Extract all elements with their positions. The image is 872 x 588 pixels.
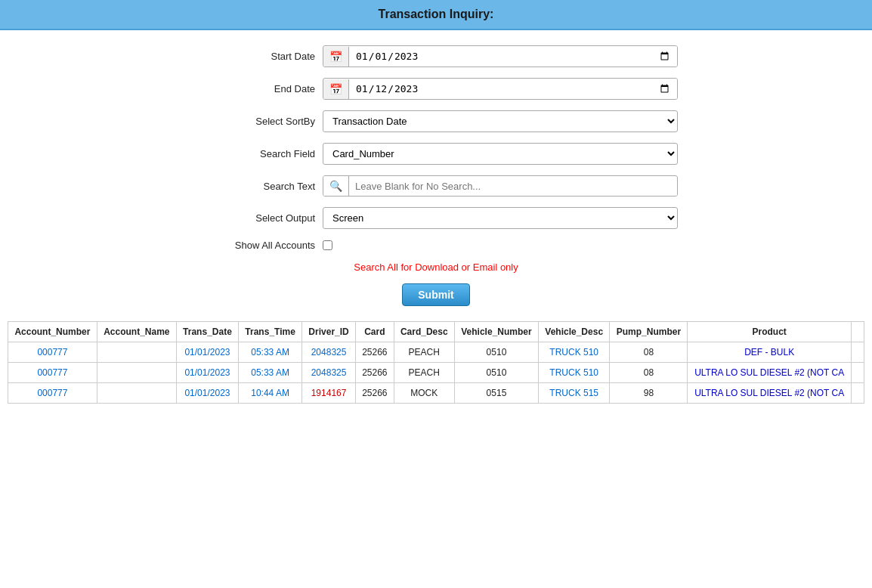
col-pump-number: Pump_Number [610,322,688,342]
col-card: Card [355,322,394,342]
cell-trans-time: 05:33 AM [239,363,302,383]
cell-driver-id: 2048325 [302,342,356,363]
table-header-row: Account_Number Account_Name Trans_Date T… [8,322,864,342]
cell-product: ULTRA LO SUL DIESEL #2 (NOT CA [688,383,852,404]
col-vehicle-desc: Vehicle_Desc [539,322,610,342]
cell-trans-time: 10:44 AM [239,383,302,404]
results-table: Account_Number Account_Name Trans_Date T… [8,321,864,404]
end-date-calendar-icon[interactable]: 📅 [323,79,349,99]
cell-trans-time: 05:33 AM [239,342,302,363]
form-container: Start Date 📅 End Date 📅 Select SortBy Tr… [0,30,872,321]
scrollbar-spacer [852,322,864,342]
cell-trans-date: 01/01/2023 [176,363,238,383]
search-text-input[interactable] [349,177,677,196]
start-date-calendar-icon[interactable]: 📅 [323,47,349,67]
show-all-accounts-checkbox[interactable] [323,240,332,250]
search-field-row: Search Field Card_Number Account_Number … [194,143,678,165]
show-all-accounts-row: Show All Accounts [194,240,678,251]
table-row: 00077701/01/202305:33 AM204832525266PEAC… [8,342,864,363]
results-table-container: Account_Number Account_Name Trans_Date T… [8,321,864,404]
col-vehicle-number: Vehicle_Number [454,322,538,342]
cell-card-desc: PEACH [394,363,454,383]
col-driver-id: Driver_ID [302,322,356,342]
cell-trans-date: 01/01/2023 [176,342,238,363]
col-trans-time: Trans_Time [239,322,302,342]
cell-account-name [97,342,176,363]
output-label: Select Output [194,212,315,224]
cell-card-desc: MOCK [394,383,454,404]
page-header: Transaction Inquiry: [0,0,872,30]
cell-scrollbar-spacer [852,342,864,363]
search-text-label: Search Text [194,181,315,192]
cell-pump-number: 98 [610,383,688,404]
submit-button[interactable]: Submit [402,283,469,306]
cell-card-desc: PEACH [394,342,454,363]
end-date-label: End Date [194,83,315,94]
col-trans-date: Trans_Date [176,322,238,342]
sortby-select[interactable]: Transaction Date Card Number Account Num… [323,110,678,132]
cell-card: 25266 [355,342,394,363]
cell-driver-id: 1914167 [302,383,356,404]
cell-vehicle-number: 0515 [454,383,538,404]
cell-vehicle-number: 0510 [454,363,538,383]
cell-account-number: 000777 [8,363,97,383]
output-select[interactable]: Screen Download Email [323,207,678,229]
end-date-input[interactable] [349,79,677,99]
cell-card: 25266 [355,363,394,383]
warning-text: Search All for Download or Email only [354,262,518,273]
sortby-label: Select SortBy [194,116,315,127]
cell-account-name [97,383,176,404]
cell-account-number: 000777 [8,383,97,404]
cell-account-number: 000777 [8,342,97,363]
start-date-row: Start Date 📅 [194,45,678,67]
search-text-row: Search Text 🔍 [194,175,678,197]
cell-vehicle-desc: TRUCK 515 [539,383,610,404]
cell-account-name [97,363,176,383]
cell-pump-number: 08 [610,363,688,383]
cell-product: DEF - BULK [688,342,852,363]
cell-vehicle-desc: TRUCK 510 [539,363,610,383]
search-text-group: 🔍 [323,175,678,197]
cell-driver-id: 2048325 [302,363,356,383]
col-account-name: Account_Name [97,322,176,342]
start-date-input-group: 📅 [323,45,678,67]
end-date-input-group: 📅 [323,78,678,100]
end-date-row: End Date 📅 [194,78,678,100]
cell-trans-date: 01/01/2023 [176,383,238,404]
col-card-desc: Card_Desc [394,322,454,342]
col-product: Product [688,322,852,342]
start-date-input[interactable] [349,46,677,67]
table-row: 00077701/01/202310:44 AM191416725266MOCK… [8,383,864,404]
cell-card: 25266 [355,383,394,404]
search-icon: 🔍 [323,176,349,196]
col-account-number: Account_Number [8,322,97,342]
cell-vehicle-number: 0510 [454,342,538,363]
cell-product: ULTRA LO SUL DIESEL #2 (NOT CA [688,363,852,383]
cell-pump-number: 08 [610,342,688,363]
table-row: 00077701/01/202305:33 AM204832525266PEAC… [8,363,864,383]
cell-scrollbar-spacer [852,363,864,383]
start-date-label: Start Date [194,51,315,62]
show-all-accounts-label: Show All Accounts [194,240,315,251]
search-field-select[interactable]: Card_Number Account_Number Driver_ID Veh… [323,143,678,165]
cell-scrollbar-spacer [852,383,864,404]
sortby-row: Select SortBy Transaction Date Card Numb… [194,110,678,132]
output-row: Select Output Screen Download Email [194,207,678,229]
cell-vehicle-desc: TRUCK 510 [539,342,610,363]
search-field-label: Search Field [194,148,315,159]
page-title: Transaction Inquiry: [379,8,494,20]
